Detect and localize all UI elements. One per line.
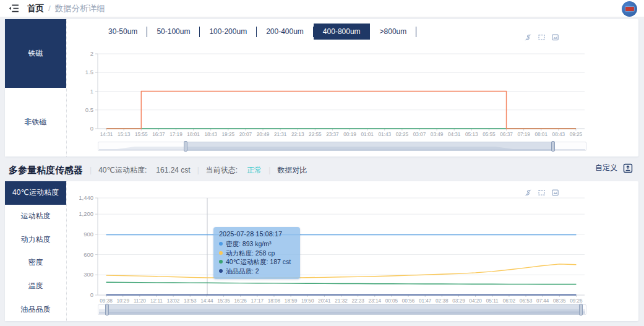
particle-sidebar-item[interactable]: 铁磁 <box>5 19 66 88</box>
svg-text:22:13: 22:13 <box>291 132 304 137</box>
header-divider: | <box>197 166 199 174</box>
tooltip-rows: 密度: 893 kg/m³动力粘度: 258 cp40℃运动粘度: 187 cs… <box>219 239 294 275</box>
viscosity-sidebar-item[interactable]: 动力粘度 <box>5 228 66 251</box>
svg-text:00:19: 00:19 <box>343 132 356 137</box>
tab-separator <box>416 27 416 37</box>
size-tab[interactable]: 400-800um <box>314 24 370 40</box>
save-image-icon[interactable] <box>551 188 559 199</box>
tooltip-row: 40℃运动粘度: 187 cst <box>219 257 294 267</box>
tooltip-text: 油品品质: 2 <box>226 267 259 276</box>
restore-icon[interactable] <box>524 33 532 44</box>
save-image-icon[interactable] <box>551 33 559 44</box>
svg-text:900: 900 <box>84 231 93 238</box>
datazoom-slider[interactable] <box>98 142 586 151</box>
size-tab[interactable]: 200-400um <box>257 24 313 40</box>
chart-toolbox <box>524 33 559 44</box>
svg-text:09:26: 09:26 <box>570 298 583 304</box>
svg-text:05:11: 05:11 <box>486 298 499 304</box>
size-tab[interactable]: >800um <box>371 24 416 40</box>
restore-icon[interactable] <box>524 188 532 199</box>
sensor-header-actions: 自定义 <box>595 163 633 173</box>
zoom-handle-right[interactable] <box>551 141 555 152</box>
particle-chart[interactable]: 00.511.5214:3115:1315:5516:3717:1918:011… <box>79 44 630 142</box>
tooltip-timestamp: 2025-07-28 15:08:17 <box>219 230 294 238</box>
svg-text:15:55: 15:55 <box>135 132 148 137</box>
svg-text:16:26: 16:26 <box>234 298 247 304</box>
svg-text:18:01: 18:01 <box>187 132 200 137</box>
size-tab[interactable]: 100-200um <box>200 24 256 40</box>
svg-text:15:35: 15:35 <box>217 298 230 304</box>
viscosity-sidebar-item[interactable]: 运动粘度 <box>5 205 66 228</box>
header-divider: | <box>268 166 270 174</box>
svg-text:03:49: 03:49 <box>431 132 444 137</box>
svg-text:04:20: 04:20 <box>469 298 482 304</box>
size-tabs: 30-50um50-100um100-200um200-400um400-800… <box>99 24 416 40</box>
viscosity-sidebar-item[interactable]: 密度 <box>5 251 66 275</box>
svg-text:20:41: 20:41 <box>318 298 331 304</box>
chart-tooltip: 2025-07-28 15:08:17 密度: 893 kg/m³动力粘度: 2… <box>213 227 300 279</box>
svg-text:0: 0 <box>90 291 93 298</box>
svg-text:18:59: 18:59 <box>285 298 298 304</box>
svg-text:12:11: 12:11 <box>150 298 163 304</box>
size-tab[interactable]: 50-100um <box>147 24 199 40</box>
custom-button[interactable]: 自定义 <box>595 163 617 173</box>
series-dot-icon <box>219 242 223 246</box>
size-tab[interactable]: 30-50um <box>99 24 147 40</box>
tooltip-row: 油品品质: 2 <box>219 267 294 276</box>
datazoom-window[interactable] <box>185 142 554 151</box>
viscosity-sidebar: 40℃运动粘度运动粘度动力粘度密度温度油品品质 <box>5 181 67 321</box>
svg-text:10:29: 10:29 <box>116 298 129 304</box>
svg-text:09:38: 09:38 <box>100 298 113 304</box>
svg-text:02:38: 02:38 <box>436 298 449 304</box>
particle-panel: 铁磁非铁磁 30-50um50-100um100-200um200-400um4… <box>5 19 638 157</box>
svg-text:00:05: 00:05 <box>385 298 398 304</box>
svg-text:18:43: 18:43 <box>204 132 217 137</box>
data-compare-link[interactable]: 数据对比 <box>277 165 307 176</box>
tooltip-text: 40℃运动粘度: 187 cst <box>226 257 291 267</box>
svg-text:20:07: 20:07 <box>239 132 252 137</box>
svg-text:00:56: 00:56 <box>402 298 415 304</box>
svg-text:19:50: 19:50 <box>301 298 314 304</box>
svg-text:22:23: 22:23 <box>351 298 364 304</box>
svg-text:23:37: 23:37 <box>326 132 339 137</box>
status-badge: 正常 <box>247 165 262 176</box>
avatar[interactable] <box>622 1 637 17</box>
collapse-menu-icon[interactable] <box>9 4 20 14</box>
viscosity-chart[interactable]: 03006009001,2001,44009:3810:2911:2012:11… <box>79 187 630 311</box>
series-dot-icon <box>219 269 223 273</box>
svg-text:1: 1 <box>90 88 93 95</box>
svg-text:19:25: 19:25 <box>222 132 235 137</box>
svg-text:0: 0 <box>90 125 93 132</box>
svg-text:03:07: 03:07 <box>413 132 426 137</box>
box-select-icon[interactable] <box>538 188 546 199</box>
svg-text:11:20: 11:20 <box>134 298 146 304</box>
breadcrumb-separator: / <box>48 4 51 13</box>
svg-text:09:25: 09:25 <box>570 132 583 137</box>
chart-toolbox <box>524 188 559 199</box>
tooltip-text: 动力粘度: 258 cp <box>226 249 275 258</box>
svg-text:18:08: 18:08 <box>268 298 281 304</box>
sensor-header: 多参量粘度传感器 | 40℃运动粘度:161.24 cst | 当前状态:正常 … <box>9 162 307 178</box>
svg-text:0.5: 0.5 <box>85 106 93 113</box>
svg-text:17:19: 17:19 <box>170 132 182 137</box>
svg-text:16:37: 16:37 <box>152 132 165 137</box>
svg-text:1,440: 1,440 <box>79 194 93 201</box>
viscosity-sidebar-item[interactable]: 油品品质 <box>5 298 66 321</box>
viscosity-panel: 40℃运动粘度运动粘度动力粘度密度温度油品品质 03006009001,2001… <box>5 181 638 321</box>
zoom-handle-left[interactable] <box>184 141 187 152</box>
svg-text:08:01: 08:01 <box>535 132 547 137</box>
particle-sidebar-item[interactable]: 非铁磁 <box>5 88 66 157</box>
svg-text:06:53: 06:53 <box>520 298 533 304</box>
breadcrumb-home[interactable]: 首页 <box>27 3 44 14</box>
viscosity-sidebar-item[interactable]: 温度 <box>5 275 66 298</box>
box-select-icon[interactable] <box>538 33 546 44</box>
svg-text:17:17: 17:17 <box>251 298 264 304</box>
svg-text:1,200: 1,200 <box>79 210 93 217</box>
svg-text:15:13: 15:13 <box>118 132 131 137</box>
metric-label: 40℃运动粘度: <box>98 165 147 176</box>
export-icon[interactable] <box>623 163 633 173</box>
svg-text:07:44: 07:44 <box>536 298 549 304</box>
header-divider: | <box>90 166 92 174</box>
svg-text:13:53: 13:53 <box>184 298 197 304</box>
viscosity-sidebar-item[interactable]: 40℃运动粘度 <box>5 181 66 205</box>
